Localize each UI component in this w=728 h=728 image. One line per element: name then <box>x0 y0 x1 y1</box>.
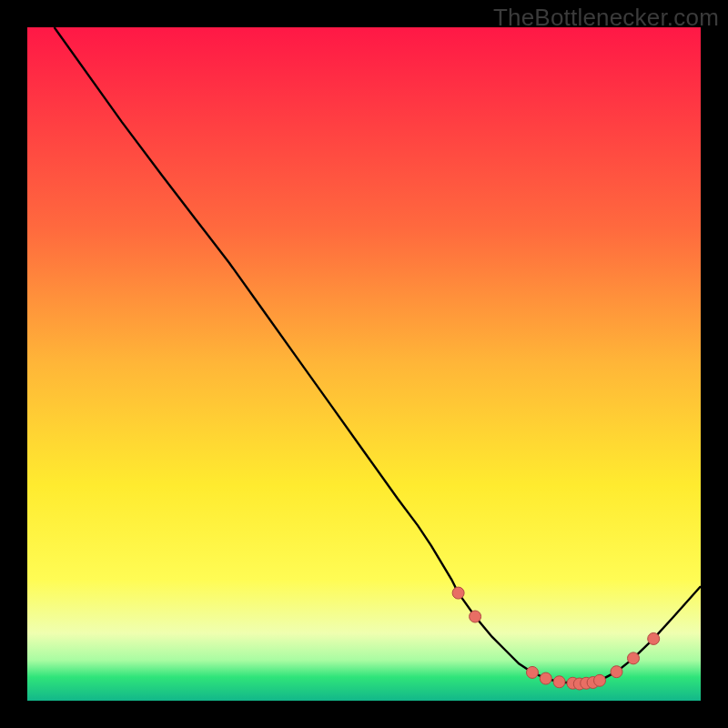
chart-svg <box>27 27 701 701</box>
plot-area <box>27 27 701 701</box>
highlight-dot <box>470 611 481 622</box>
gradient-background <box>27 27 701 701</box>
watermark-text: TheBottlenecker.com <box>493 4 719 32</box>
highlight-dot <box>527 666 539 678</box>
chart-frame: TheBottlenecker.com <box>0 0 728 728</box>
highlight-dot <box>648 632 660 644</box>
highlight-dot <box>611 666 622 678</box>
highlight-dot <box>553 676 565 688</box>
highlight-dot <box>452 587 464 599</box>
highlight-dot <box>540 672 551 684</box>
highlight-dot <box>628 652 640 664</box>
highlight-dot <box>594 674 606 686</box>
